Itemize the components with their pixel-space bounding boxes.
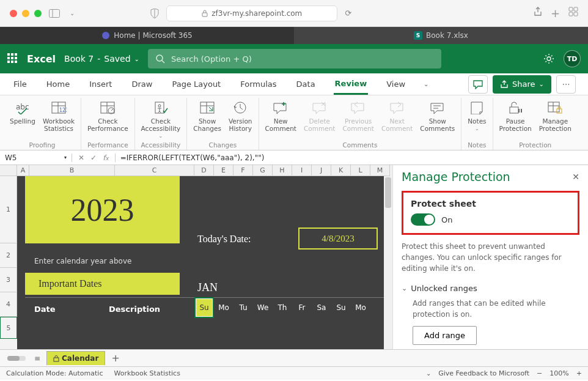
row-header[interactable]: 1 bbox=[0, 176, 17, 243]
zoom-in-button[interactable]: + bbox=[576, 369, 582, 377]
tab-insert[interactable]: Insert bbox=[88, 75, 113, 94]
settings-icon[interactable] bbox=[543, 53, 555, 65]
tab-home[interactable]: Home bbox=[45, 75, 71, 94]
col-header[interactable]: I bbox=[292, 165, 312, 176]
new-comment-button[interactable]: New Comment bbox=[262, 98, 300, 140]
col-header[interactable]: J bbox=[312, 165, 331, 176]
col-header[interactable]: D bbox=[194, 165, 214, 176]
tab-formulas[interactable]: Formulas bbox=[239, 75, 277, 94]
unlocked-ranges-header[interactable]: ⌄ Unlocked ranges bbox=[402, 284, 579, 293]
avatar[interactable]: TD bbox=[564, 50, 581, 67]
col-header[interactable]: K bbox=[331, 165, 351, 176]
show-changes-button[interactable]: Show Changes bbox=[189, 98, 225, 140]
col-header[interactable]: B bbox=[29, 165, 115, 176]
traffic-lights bbox=[10, 10, 42, 17]
svg-rect-33 bbox=[518, 109, 520, 113]
row-header[interactable]: 4 bbox=[0, 292, 17, 317]
day-cell[interactable]: Fr bbox=[292, 297, 312, 318]
maximize-window-icon[interactable] bbox=[34, 10, 42, 17]
calc-mode[interactable]: Calculation Mode: Automatic bbox=[6, 369, 103, 377]
select-all[interactable] bbox=[0, 165, 17, 176]
comments-button[interactable] bbox=[468, 75, 488, 94]
app-launcher-icon[interactable] bbox=[7, 53, 18, 64]
cells[interactable]: 2023 Today's Date: 4/8/2023 Enter calend… bbox=[17, 176, 392, 349]
minimize-window-icon[interactable] bbox=[22, 10, 29, 17]
tab-book7[interactable]: S Book 7.xlsx bbox=[294, 27, 588, 44]
tab-draw[interactable]: Draw bbox=[130, 75, 153, 94]
col-header[interactable]: L bbox=[351, 165, 370, 176]
col-header[interactable]: H bbox=[273, 165, 292, 176]
shield-icon[interactable] bbox=[148, 6, 161, 21]
month-label: JAN bbox=[197, 281, 218, 294]
day-row: Su Mo Tu We Th Fr Sa Su Mo bbox=[194, 297, 370, 318]
day-cell-selected[interactable]: Su bbox=[194, 297, 214, 318]
search-box[interactable]: Search (Option + Q) bbox=[148, 49, 441, 68]
col-header[interactable]: E bbox=[214, 165, 233, 176]
pause-protection-button[interactable]: Pause Protection bbox=[496, 98, 535, 140]
manage-protection-button[interactable]: Manage Protection bbox=[535, 98, 575, 140]
close-window-icon[interactable] bbox=[10, 10, 17, 17]
check-accessibility-button[interactable]: Check Accessibility ⌄ bbox=[138, 98, 185, 140]
protect-sheet-toggle[interactable] bbox=[411, 213, 435, 226]
horizontal-scrollbar[interactable] bbox=[7, 356, 26, 361]
share-button[interactable]: Share ⌄ bbox=[493, 75, 551, 94]
fx-icon[interactable]: fx bbox=[103, 154, 109, 162]
chevron-down-icon[interactable]: ⌄ bbox=[424, 81, 428, 87]
col-header[interactable]: C bbox=[115, 165, 194, 176]
row-header[interactable]: 3 bbox=[0, 268, 17, 292]
unlocked-ranges-desc: Add ranges that can be edited while prot… bbox=[413, 298, 579, 320]
day-cell[interactable]: Th bbox=[273, 297, 292, 318]
chevron-down-icon[interactable]: ⌄ bbox=[426, 370, 431, 377]
year-cell[interactable]: 2023 bbox=[25, 176, 180, 243]
document-name[interactable]: Book 7 - Saved ⌄ bbox=[64, 54, 139, 64]
close-icon[interactable]: ✕ bbox=[572, 172, 579, 182]
day-cell[interactable]: Su bbox=[331, 297, 351, 318]
workbook-stats-link[interactable]: Workbook Statistics bbox=[114, 369, 180, 377]
workbook-stats-button[interactable]: 123 Workbook Statistics bbox=[39, 98, 78, 140]
accept-icon[interactable]: ✓ bbox=[90, 154, 97, 162]
sheet-tab-calendar[interactable]: Calendar bbox=[46, 351, 105, 365]
tab-page-layout[interactable]: Page Layout bbox=[171, 75, 222, 94]
tab-file[interactable]: File bbox=[12, 75, 28, 94]
reload-icon[interactable]: ⟳ bbox=[342, 6, 354, 20]
row-header[interactable]: 2 bbox=[0, 243, 17, 268]
show-comments-button[interactable]: Show Comments bbox=[416, 98, 458, 140]
tab-review[interactable]: Review bbox=[334, 74, 369, 95]
sidebar-icon[interactable] bbox=[46, 7, 62, 20]
col-header[interactable]: F bbox=[233, 165, 253, 176]
col-header[interactable]: A bbox=[17, 165, 29, 176]
name-box[interactable]: W5 ▾ bbox=[0, 154, 72, 162]
tab-overview-icon[interactable] bbox=[568, 7, 578, 20]
day-cell[interactable]: Tu bbox=[233, 297, 253, 318]
new-tab-icon[interactable]: + bbox=[551, 7, 560, 20]
tab-home[interactable]: Home | Microsoft 365 bbox=[0, 27, 294, 44]
address-bar[interactable]: zf3vr-my.sharepoint.com bbox=[166, 6, 337, 21]
feedback-link[interactable]: Give Feedback to Microsoft bbox=[438, 369, 529, 377]
tab-view[interactable]: View bbox=[385, 75, 406, 94]
day-cell[interactable]: Sa bbox=[312, 297, 331, 318]
notes-button[interactable]: Notes ⌄ bbox=[464, 98, 490, 140]
zoom-out-button[interactable]: − bbox=[537, 369, 542, 377]
day-cell[interactable]: Mo bbox=[214, 297, 233, 318]
row-header[interactable]: 5 bbox=[0, 317, 17, 339]
more-button[interactable]: ⋯ bbox=[556, 75, 576, 94]
all-sheets-icon[interactable]: ≡ bbox=[34, 354, 40, 363]
formula-input[interactable]: =IFERROR(LEFT(TEXT(W6,"aaa"), 2),"") bbox=[116, 154, 270, 162]
zoom-level[interactable]: 100% bbox=[549, 369, 568, 377]
day-cell[interactable]: Mo bbox=[351, 297, 370, 318]
col-header[interactable]: G bbox=[253, 165, 273, 176]
accessibility-icon bbox=[152, 99, 169, 116]
tab-data[interactable]: Data bbox=[295, 75, 317, 94]
vertical-scrollbar[interactable] bbox=[384, 176, 392, 349]
add-sheet-button[interactable]: + bbox=[111, 352, 119, 364]
version-history-button[interactable]: Version History bbox=[225, 98, 256, 140]
svg-rect-3 bbox=[202, 13, 207, 17]
day-cell[interactable]: We bbox=[253, 297, 273, 318]
spelling-button[interactable]: abc Spelling bbox=[6, 98, 39, 140]
cancel-icon[interactable]: ✕ bbox=[78, 154, 84, 162]
col-header[interactable]: M bbox=[370, 165, 390, 176]
add-range-button[interactable]: Add range bbox=[413, 326, 477, 345]
tab-menu-icon[interactable]: ⌄ bbox=[67, 7, 77, 19]
share-icon[interactable] bbox=[534, 7, 542, 20]
check-performance-button[interactable]: Check Performance bbox=[84, 98, 132, 140]
